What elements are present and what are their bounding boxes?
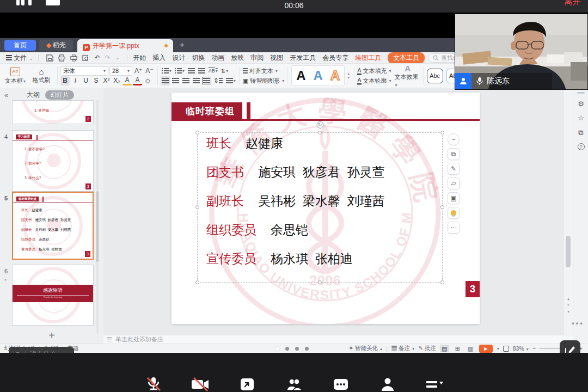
bullet-list-button[interactable]: ▾	[161, 66, 173, 76]
clear-format-button[interactable]: ◇	[143, 76, 152, 85]
panel-scrollbar[interactable]	[96, 100, 99, 334]
new-slide-button[interactable]: +	[0, 329, 103, 342]
strikethrough-button[interactable]: S	[91, 76, 101, 85]
tab-home[interactable]: 首页	[4, 40, 36, 51]
duplicate-icon[interactable]: ⧉	[573, 128, 588, 137]
distribute-button[interactable]	[202, 76, 211, 85]
slide-title[interactable]: 临时班委组建	[171, 102, 242, 120]
share-screen-button[interactable]	[238, 377, 256, 392]
previous-slide-button[interactable]: ▴	[564, 297, 573, 301]
resize-handle-se[interactable]	[440, 280, 444, 284]
rail-more-icon[interactable]: ●●●	[569, 321, 586, 326]
resize-handle-w[interactable]	[195, 205, 199, 209]
notes-toggle-button[interactable]: ☰ 备注 ▾	[391, 345, 414, 352]
layout-switch-button[interactable]	[425, 377, 444, 392]
crop-frame-icon[interactable]: ▣	[448, 192, 460, 204]
textbox-button[interactable]: A≡文本框▾	[2, 67, 28, 85]
font-color-button[interactable]: A	[133, 76, 142, 85]
scroll-thumb[interactable]	[566, 236, 571, 267]
zoom-out-button[interactable]: −	[532, 345, 536, 352]
notes-bar[interactable]: ☰ 单击此处添加备注	[103, 335, 573, 344]
play-options-icon[interactable]: ▾	[497, 346, 499, 351]
decrease-indent-button[interactable]	[187, 66, 196, 76]
menu-view[interactable]: 视图	[270, 53, 283, 63]
sort-button[interactable]: ⇅▾	[220, 66, 229, 76]
properties-icon[interactable]: ⚙	[573, 100, 588, 108]
new-tab-button[interactable]: +	[180, 40, 185, 49]
slide-thumbnail-3[interactable]: 3. 谁作编 2	[12, 100, 94, 124]
participant-video[interactable]: 陈远东	[455, 14, 588, 90]
resize-handle-nw[interactable]	[195, 131, 199, 134]
slide-thumbnail-5-selected[interactable]: 临时班委组建 班长赵健康 团支书施安琪 狄彦君 孙灵萱 副班长吴祎彬 梁水馨 刘…	[12, 192, 94, 260]
align-text-button[interactable]: 对齐文本▾	[243, 66, 284, 76]
print-icon[interactable]	[70, 54, 77, 62]
reading-view-button[interactable]: ▥	[466, 345, 475, 352]
normal-view-button[interactable]: ▤	[440, 345, 449, 352]
subscript-button[interactable]: X₂	[112, 76, 121, 85]
resize-handle-s[interactable]	[318, 280, 322, 284]
font-name-select[interactable]: 宋体▾	[60, 66, 108, 76]
slideshow-play-button[interactable]: ▶	[479, 345, 493, 353]
menu-transition[interactable]: 切换	[192, 53, 205, 63]
canvas-scrollbar[interactable]: ▴ = ▾	[564, 88, 573, 335]
grow-font-button[interactable]: A⁺	[133, 66, 143, 76]
menu-file[interactable]: ☰ 文件 ⌄	[5, 53, 33, 63]
redo-icon[interactable]: ↷	[105, 54, 110, 62]
undo-icon[interactable]: ↶	[94, 54, 100, 62]
text-effect-button[interactable]: A文本效果▾	[395, 64, 421, 88]
shape-fill-icon[interactable]: ▱	[448, 177, 460, 189]
selected-textbox[interactable]: ↻ 班长赵健康 团支书施安琪 狄彦君 孙灵萱 副班长吴祎彬 梁水馨 刘瑾茜 组织…	[197, 132, 443, 283]
slide-thumbnail-4[interactable]: 学习教育 1. 要不要学? 2. 如何学? 3. 学什么? 3	[12, 130, 94, 192]
menu-member[interactable]: 会员专享	[322, 53, 348, 63]
text-direction-button[interactable]: AB▾	[207, 66, 219, 76]
bold-button[interactable]: B	[60, 76, 70, 85]
highlight-button[interactable]: A	[122, 76, 132, 85]
menu-insert[interactable]: 插入	[152, 53, 166, 63]
rail-drag-handle[interactable]	[577, 92, 585, 94]
tab-docer[interactable]: ◆稻壳	[39, 40, 73, 51]
resize-handle-n[interactable]	[318, 131, 322, 134]
shrink-font-button[interactable]: A⁻	[144, 66, 154, 76]
line-spacing-button[interactable]: ⇕	[212, 76, 224, 85]
menu-text-tools-active[interactable]: 文本工具	[388, 52, 425, 64]
resize-handle-e[interactable]	[440, 205, 444, 209]
slide-sorter-view-button[interactable]: ⊞	[453, 345, 462, 352]
text-fill-button[interactable]: A文本填充▾	[357, 66, 391, 76]
menu-draw-tools[interactable]: 绘图工具	[355, 53, 381, 63]
format-painter-button[interactable]: ⌂格式刷	[28, 68, 54, 84]
preset-blue-a[interactable]: A	[314, 68, 323, 83]
font-size-select[interactable]: 28▾	[109, 66, 132, 76]
member-button[interactable]	[378, 377, 397, 392]
resize-handle-sw[interactable]	[195, 280, 199, 284]
menu-slideshow[interactable]: 放映	[231, 53, 244, 63]
effects-star-icon[interactable]: ☆	[573, 114, 588, 122]
layers-icon[interactable]: ⧉	[448, 148, 460, 160]
save-icon[interactable]	[46, 54, 53, 62]
align-center-button[interactable]	[171, 76, 180, 85]
comments-button[interactable]: ✎ 批注	[418, 345, 436, 352]
zoom-level[interactable]: 83% ▾	[513, 345, 529, 352]
paragraph-spacing-button[interactable]: ▾	[225, 76, 237, 85]
underline-button[interactable]: U	[81, 76, 90, 85]
tab-outline[interactable]: 大纲	[27, 90, 40, 100]
output-icon[interactable]	[58, 54, 65, 62]
more-options-button[interactable]	[332, 377, 350, 392]
superscript-button[interactable]: X²	[102, 76, 111, 85]
smart-beautify-button[interactable]: ✦ 智能美化 ▴	[348, 345, 382, 352]
smart-tip-icon[interactable]	[448, 207, 460, 219]
tab-slides[interactable]: 幻灯片	[45, 90, 74, 100]
collapse-toolbar-icon[interactable]: −	[448, 133, 460, 145]
justify-button[interactable]	[192, 76, 201, 85]
camera-off-button[interactable]	[191, 377, 210, 392]
mic-muted-button[interactable]	[144, 377, 163, 392]
menu-start[interactable]: 开始	[133, 53, 146, 63]
collapse-panel-button[interactable]: «	[4, 91, 8, 99]
participants-button[interactable]	[285, 377, 303, 392]
more-tools-icon[interactable]: ⋯	[448, 222, 460, 234]
style-brush-icon[interactable]: ✎	[448, 163, 460, 175]
next-slide-button[interactable]: ▾	[564, 310, 573, 314]
preset-black-a[interactable]: A	[296, 68, 305, 83]
rotate-handle[interactable]: ↻	[316, 121, 323, 128]
menu-review[interactable]: 审阅	[250, 53, 264, 63]
preset-orange-a[interactable]: A	[330, 68, 340, 83]
